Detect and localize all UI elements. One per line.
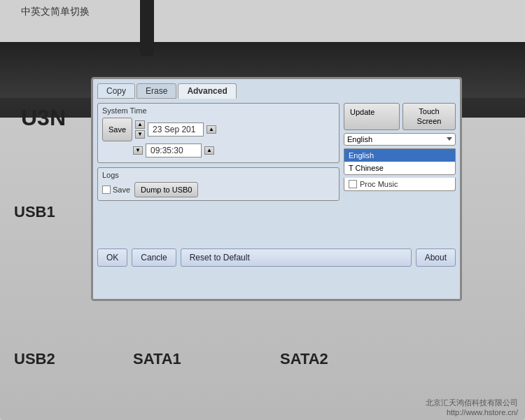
content-area: System Time Save ▲ ▼ 23 Sep 201 ▲ ▼ (97, 103, 456, 243)
system-time-group: System Time Save ▲ ▼ 23 Sep 201 ▲ ▼ (97, 103, 340, 163)
company-url: http://www.hstore.cn/ (426, 408, 518, 416)
language-option-english[interactable]: English (344, 149, 455, 162)
logs-save-checkbox-label: Save (102, 186, 130, 194)
touch-screen-label: Touch Screen (417, 107, 442, 125)
sata2-label: SATA2 (280, 350, 328, 368)
right-panel: Update Touch Screen English English T Ch… (344, 103, 456, 243)
logs-save-text: Save (113, 186, 130, 194)
logs-group: Logs Save Dump to USB0 (97, 167, 340, 201)
date-right-arrow[interactable]: ▲ (206, 125, 216, 134)
language-selected-text: English (347, 135, 372, 144)
tabs-row: Copy Erase Advanced (97, 83, 456, 99)
usb1-label: USB1 (14, 203, 55, 221)
annotation-text: 中英文简单切换 (21, 6, 90, 17)
date-row: Save ▲ ▼ 23 Sep 201 ▲ (102, 118, 335, 141)
usb2-label: USB2 (14, 350, 55, 368)
bottom-buttons: OK Cancle Reset to Default About (97, 248, 456, 267)
date-up-arrow[interactable]: ▲ (135, 120, 145, 129)
ok-button[interactable]: OK (97, 248, 127, 267)
logs-row: Save Dump to USB0 (102, 182, 335, 197)
dropdown-arrow-icon (447, 137, 452, 141)
date-arrows: ▲ ▼ (135, 120, 145, 139)
tab-erase[interactable]: Erase (136, 83, 176, 99)
proc-music-checkbox[interactable] (349, 180, 357, 188)
dump-button[interactable]: Dump to USB0 (134, 182, 198, 197)
logs-label: Logs (102, 171, 335, 179)
top-annotation: 中英文简单切换 (21, 6, 90, 18)
date-down-arrow[interactable]: ▼ (135, 130, 145, 139)
tab-copy[interactable]: Copy (97, 83, 135, 99)
system-time-label: System Time (102, 106, 335, 115)
tab-advanced[interactable]: Advanced (178, 83, 236, 99)
proc-music-label: Proc Music (360, 180, 398, 188)
time-up-arrow[interactable]: ▼ (133, 146, 143, 155)
reset-button[interactable]: Reset to Default (181, 248, 412, 267)
language-dropdown-list: English T Chinese (344, 148, 456, 175)
language-option-chinese[interactable]: T Chinese (344, 162, 455, 174)
right-top-row: Update Touch Screen (344, 103, 456, 130)
update-button[interactable]: Update (344, 103, 400, 130)
screen-ui: Copy Erase Advanced System Time Save ▲ ▼ (93, 79, 460, 299)
device-model-label: U3N (21, 105, 66, 131)
sata1-label: SATA1 (133, 350, 181, 368)
logs-save-checkbox[interactable] (102, 186, 111, 194)
proc-music-row: Proc Music (344, 178, 456, 191)
time-row: ▼ 09:35:30 ▲ (102, 144, 335, 158)
company-info: 北京汇天鸿佰科技有限公司 http://www.hstore.cn/ (426, 398, 518, 416)
screen: Copy Erase Advanced System Time Save ▲ ▼ (91, 77, 462, 301)
time-right-arrow[interactable]: ▲ (204, 146, 214, 155)
date-display: 23 Sep 201 (148, 122, 204, 136)
touch-screen-button[interactable]: Touch Screen (402, 103, 456, 130)
cable (140, 0, 154, 56)
time-display: 09:35:30 (146, 144, 202, 158)
left-panel: System Time Save ▲ ▼ 23 Sep 201 ▲ ▼ (97, 103, 340, 243)
cancel-button[interactable]: Cancle (132, 248, 176, 267)
about-button[interactable]: About (416, 248, 456, 267)
save-button[interactable]: Save (102, 118, 132, 141)
time-arrows: ▼ (133, 146, 143, 155)
language-dropdown[interactable]: English (344, 133, 456, 146)
company-name: 北京汇天鸿佰科技有限公司 (426, 398, 518, 408)
